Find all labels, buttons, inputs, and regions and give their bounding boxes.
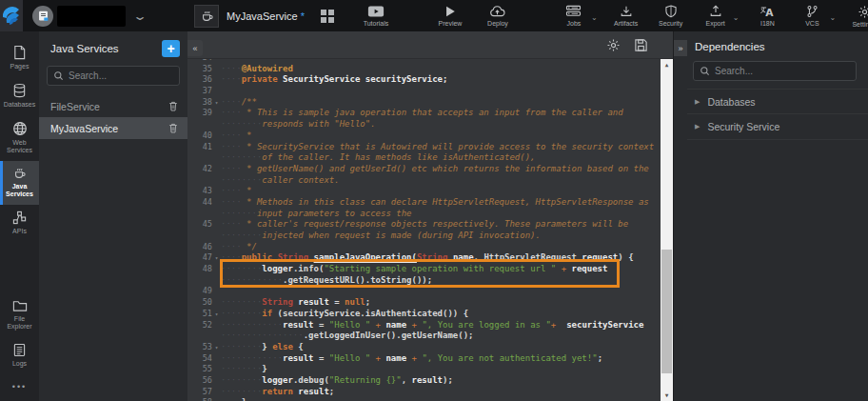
api-icon bbox=[12, 211, 27, 225]
chevron-down-icon[interactable]: ⌄ bbox=[733, 13, 740, 22]
fold-marker-icon bbox=[212, 275, 221, 287]
chevron-right-icon: ▶ bbox=[695, 123, 700, 130]
fold-marker-icon[interactable]: ▾ bbox=[212, 97, 221, 109]
dependency-item-security-service[interactable]: ▶Security Service bbox=[687, 114, 868, 140]
scroll-up-icon[interactable]: ▲ bbox=[665, 59, 669, 70]
tool-i18n-button[interactable]: AI18N bbox=[751, 5, 783, 27]
delete-service-button[interactable] bbox=[168, 122, 179, 134]
brand-logo[interactable] bbox=[0, 0, 23, 31]
line-number bbox=[187, 119, 212, 130]
service-list-item[interactable]: FileService bbox=[39, 95, 187, 117]
i18n-icon: A bbox=[760, 5, 775, 18]
code-line: 52············result = "Hello " + name +… bbox=[187, 320, 661, 331]
tool-vcs-button[interactable]: VCS bbox=[796, 5, 828, 27]
sidebar-item-file-explorer[interactable]: File Explorer bbox=[0, 293, 39, 337]
tool-export[interactable]: Export⌄ bbox=[700, 5, 740, 27]
project-tools-group: Jobs⌄ArtifactsSecurityExport⌄AI18NVCS⌄Se… bbox=[558, 5, 868, 28]
tool-i18n[interactable]: AI18N bbox=[751, 5, 783, 27]
line-number: 48 bbox=[187, 264, 212, 275]
tool-settings[interactable]: Settings⌄ bbox=[848, 5, 868, 28]
tool-preview[interactable]: Preview bbox=[434, 5, 466, 27]
line-number: 56 bbox=[187, 375, 212, 387]
tool-deploy-button[interactable]: Deploy bbox=[482, 5, 514, 27]
code-line-wrap: ········injected when request is made (d… bbox=[187, 231, 661, 242]
scrollbar-thumb[interactable] bbox=[661, 250, 672, 373]
fold-marker-icon bbox=[212, 219, 221, 231]
fold-marker-icon bbox=[212, 64, 221, 75]
add-service-button[interactable]: + bbox=[162, 40, 180, 57]
rail-spacer bbox=[0, 242, 39, 293]
fold-marker-icon[interactable]: ▾ bbox=[212, 252, 221, 264]
chevron-down-icon[interactable]: ⌄ bbox=[829, 13, 836, 22]
services-search-input[interactable] bbox=[69, 70, 173, 81]
code-line: 42···· * getUserName() and getUserId() e… bbox=[187, 164, 661, 175]
fold-marker-icon[interactable]: ▾ bbox=[212, 342, 221, 353]
sidebar-item-pages[interactable]: Pages bbox=[0, 39, 39, 77]
tool-vcs[interactable]: VCS⌄ bbox=[796, 5, 836, 27]
dependency-item-databases[interactable]: ▶Databases bbox=[687, 89, 868, 114]
tool-artifacts-button[interactable]: Artifacts bbox=[610, 5, 642, 27]
dependencies-title: Dependencies bbox=[687, 31, 868, 61]
tool-label: Jobs bbox=[567, 20, 582, 27]
expand-panel-button[interactable]: » bbox=[674, 40, 687, 56]
topbar: ⌄ MyJavaService * Tutorials PreviewDeplo… bbox=[0, 0, 868, 31]
code-text: ···· * This is sample java operation tha… bbox=[221, 108, 661, 119]
download-icon bbox=[620, 5, 633, 18]
chevron-down-icon[interactable]: ⌄ bbox=[591, 13, 598, 22]
delete-service-button[interactable] bbox=[168, 100, 179, 112]
tool-label: Export bbox=[706, 20, 725, 27]
fold-marker-icon bbox=[212, 175, 221, 187]
tool-export-button[interactable]: Export bbox=[700, 5, 732, 27]
active-service-tab[interactable]: MyJavaService * bbox=[194, 5, 335, 28]
tool-preview-button[interactable]: Preview bbox=[434, 5, 466, 27]
tool-artifacts[interactable]: Artifacts bbox=[610, 5, 642, 27]
sidebar-item-java-services[interactable]: Java Services bbox=[0, 161, 39, 205]
services-search bbox=[47, 66, 180, 86]
scroll-down-icon[interactable]: ▼ bbox=[665, 390, 669, 401]
tool-label: I18N bbox=[760, 20, 775, 27]
collapse-panel-button[interactable]: « bbox=[187, 40, 203, 56]
line-number: 54 bbox=[187, 353, 212, 365]
sidebar-item-web-services[interactable]: Web Services bbox=[0, 115, 39, 161]
tool-label: Artifacts bbox=[614, 20, 638, 27]
code-text: ····public String sampleJavaOperation(St… bbox=[221, 252, 661, 264]
code-line: 45···· * caller's request/response objec… bbox=[187, 219, 661, 231]
line-number: 50 bbox=[187, 297, 212, 309]
service-list-item[interactable]: MyJavaService bbox=[39, 117, 187, 139]
code-line: 49 bbox=[187, 286, 661, 297]
fold-marker-icon[interactable]: ▾ bbox=[212, 309, 221, 320]
tutorials-button[interactable]: Tutorials bbox=[360, 5, 392, 27]
line-number: 42 bbox=[187, 164, 212, 175]
code-text: ····/** bbox=[221, 97, 661, 109]
log-icon bbox=[13, 343, 26, 357]
dashboard-grid-button[interactable] bbox=[320, 9, 335, 24]
sidebar-item-databases[interactable]: Databases bbox=[0, 77, 39, 115]
sidebar-item-apis[interactable]: APIs bbox=[0, 205, 39, 242]
code-text: ········injected when request is made (d… bbox=[221, 231, 661, 242]
line-number: 58 bbox=[187, 397, 212, 401]
editor-scrollbar[interactable]: ▲ ▼ bbox=[661, 59, 673, 401]
dependencies-search-input[interactable] bbox=[715, 66, 850, 76]
code-line: 41···· * SecurityService that is Autowir… bbox=[187, 142, 661, 153]
tool-security-button[interactable]: Security bbox=[655, 5, 687, 27]
fold-marker-icon bbox=[212, 119, 221, 130]
more-options-button[interactable]: ••• bbox=[0, 374, 39, 401]
tool-label: Deploy bbox=[487, 20, 508, 27]
tool-security[interactable]: Security bbox=[655, 5, 687, 27]
save-button[interactable] bbox=[634, 38, 648, 52]
tool-jobs[interactable]: Jobs⌄ bbox=[558, 5, 598, 27]
line-number bbox=[187, 175, 212, 187]
tool-jobs-button[interactable]: Jobs bbox=[558, 5, 590, 27]
redacted-project-name bbox=[57, 6, 126, 27]
editor-toolbar bbox=[187, 31, 673, 59]
code-area[interactable]: 3435····@Autowired36····private Security… bbox=[187, 59, 673, 401]
code-text bbox=[221, 86, 661, 97]
tool-settings-button[interactable]: Settings bbox=[848, 5, 868, 28]
chevron-down-icon[interactable]: ⌄ bbox=[132, 10, 148, 23]
editor-settings-button[interactable] bbox=[606, 38, 621, 52]
code-text: ···· */ bbox=[221, 242, 661, 253]
project-selector[interactable]: ⌄ bbox=[32, 6, 145, 27]
tool-deploy[interactable]: Deploy bbox=[482, 5, 514, 27]
sidebar-item-logs[interactable]: Logs bbox=[0, 337, 39, 374]
line-number: 40 bbox=[187, 130, 212, 142]
